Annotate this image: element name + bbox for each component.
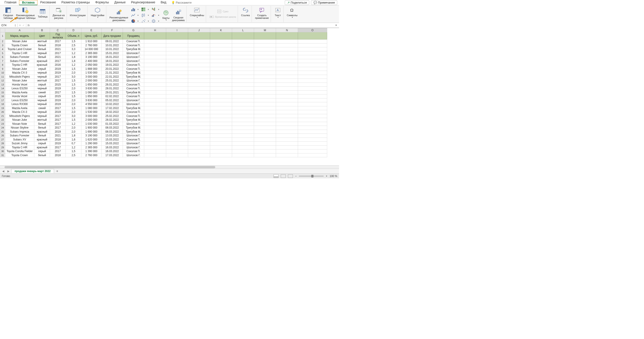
cell-N22[interactable] <box>276 118 298 122</box>
tab-nav-next[interactable]: ▶ <box>6 170 11 173</box>
cell-K3[interactable] <box>210 43 232 47</box>
cell-G25[interactable]: Тригубов М. <box>123 130 144 134</box>
cell-N12[interactable] <box>276 79 298 83</box>
cell-E10[interactable]: 1 530 000 <box>82 71 102 75</box>
cell-K24[interactable] <box>210 126 232 130</box>
data-from-picture-button[interactable]: Данные из рисунка <box>52 6 66 20</box>
cell-M22[interactable] <box>254 118 276 122</box>
row-header-30[interactable]: 30 <box>0 149 5 153</box>
cell-F11[interactable]: 22.01.2022 <box>102 75 123 79</box>
cell-O24[interactable] <box>298 126 327 130</box>
cell-H14[interactable] <box>144 87 166 91</box>
cell-L12[interactable] <box>232 79 254 83</box>
cell-O7[interactable] <box>298 59 327 63</box>
cell-J2[interactable] <box>188 40 210 44</box>
cell-E19[interactable]: 1 080 000 <box>82 106 102 110</box>
cell-M7[interactable] <box>254 59 276 63</box>
cell-E13[interactable]: 1 650 000 <box>82 83 102 87</box>
cell-G5[interactable]: Шолохов Г. <box>123 51 144 55</box>
collapse-formula-bar-icon[interactable]: ▼ <box>333 24 339 27</box>
cell-J1[interactable] <box>188 32 210 40</box>
cell-F25[interactable]: 08.03.2022 <box>102 130 123 134</box>
cell-D11[interactable]: 3,0 <box>66 75 82 79</box>
cell-F1[interactable]: Дата продажи <box>102 32 123 40</box>
cell-L18[interactable] <box>232 102 254 106</box>
add-sheet-button[interactable]: + <box>54 169 60 173</box>
cell-G23[interactable]: Шолохов Г. <box>123 122 144 126</box>
cell-D9[interactable]: 1,5 <box>66 67 82 71</box>
cell-L16[interactable] <box>232 95 254 99</box>
cell-L3[interactable] <box>232 43 254 47</box>
cell-E29[interactable]: 2 365 000 <box>82 145 102 149</box>
cell-H21[interactable] <box>144 114 166 118</box>
cell-E8[interactable]: 2 050 000 <box>82 63 102 67</box>
cell-B18[interactable]: черный <box>34 102 50 106</box>
col-header-I[interactable]: I <box>166 28 188 32</box>
cell-A10[interactable]: Mazda CX-3 <box>5 71 34 75</box>
cell-A25[interactable]: Subaru Impreza <box>5 130 34 134</box>
cell-J16[interactable] <box>188 95 210 99</box>
cell-H24[interactable] <box>144 126 166 130</box>
cell-K9[interactable] <box>210 67 232 71</box>
cell-D27[interactable]: 1,6 <box>66 138 82 142</box>
cell-G31[interactable]: Шолохов Г. <box>123 153 144 157</box>
cell-K14[interactable] <box>210 87 232 91</box>
cell-E12[interactable]: 2 000 000 <box>82 79 102 83</box>
cell-C7[interactable]: 2017 <box>50 59 66 63</box>
cell-B25[interactable]: красный <box>34 130 50 134</box>
cell-F24[interactable]: 08.03.2022 <box>102 126 123 130</box>
cell-A16[interactable]: Honda Vezel <box>5 95 34 99</box>
cell-B17[interactable]: черный <box>34 98 50 102</box>
cell-G3[interactable]: Соколов П. <box>123 43 144 47</box>
menu-tab-вставка[interactable]: Вставка <box>19 0 38 5</box>
cell-E31[interactable]: 2 760 000 <box>82 153 102 157</box>
cell-L17[interactable] <box>232 98 254 102</box>
cell-I6[interactable] <box>166 55 188 59</box>
pivot-table-button[interactable]: Сводная таблица <box>2 6 14 20</box>
line-chart-button[interactable]: ▼ <box>130 13 140 18</box>
cell-C6[interactable]: 2021 <box>50 55 66 59</box>
cell-B7[interactable]: красный <box>34 59 50 63</box>
cell-K12[interactable] <box>210 79 232 83</box>
cell-H31[interactable] <box>144 153 166 157</box>
cell-H22[interactable] <box>144 118 166 122</box>
cell-B12[interactable]: желтый <box>34 79 50 83</box>
cell-M14[interactable] <box>254 87 276 91</box>
cell-A14[interactable]: Lexus ES250 <box>5 87 34 91</box>
cell-L19[interactable] <box>232 106 254 110</box>
sheet-tab-active[interactable]: продажи январь-март 2022 <box>11 169 54 173</box>
waterfall-chart-button[interactable]: ▼ <box>150 7 160 12</box>
cell-F6[interactable]: 16.01.2022 <box>102 55 123 59</box>
cell-A5[interactable]: Toyota C-HR <box>5 51 34 55</box>
cell-F27[interactable]: 15.03.2022 <box>102 138 123 142</box>
cell-A2[interactable]: Nissan Juke <box>5 40 34 44</box>
row-header-17[interactable]: 17 <box>0 98 5 102</box>
sparklines-button[interactable]: Спарклайны▼ <box>189 6 205 19</box>
cell-M26[interactable] <box>254 134 276 138</box>
cell-A22[interactable]: Nissan Juke <box>5 118 34 122</box>
cell-N27[interactable] <box>276 138 298 142</box>
cell-O13[interactable] <box>298 83 327 87</box>
cell-M12[interactable] <box>254 79 276 83</box>
cell-O29[interactable] <box>298 145 327 149</box>
cell-K18[interactable] <box>210 102 232 106</box>
cell-O19[interactable] <box>298 106 327 110</box>
col-header-N[interactable]: N <box>276 28 298 32</box>
cell-O3[interactable] <box>298 43 327 47</box>
cell-O20[interactable] <box>298 110 327 114</box>
cell-O18[interactable] <box>298 102 327 106</box>
cell-I18[interactable] <box>166 102 188 106</box>
cell-J19[interactable] <box>188 106 210 110</box>
cell-O26[interactable] <box>298 134 327 138</box>
cell-D22[interactable]: 1,5 <box>66 118 82 122</box>
row-header-23[interactable]: 23 <box>0 122 5 126</box>
cell-N24[interactable] <box>276 126 298 130</box>
cell-I24[interactable] <box>166 126 188 130</box>
cell-C23[interactable]: 2017 <box>50 122 66 126</box>
row-header-8[interactable]: 8 <box>0 63 5 67</box>
cell-I17[interactable] <box>166 98 188 102</box>
cell-I13[interactable] <box>166 83 188 87</box>
cell-M6[interactable] <box>254 55 276 59</box>
cell-I11[interactable] <box>166 75 188 79</box>
cell-F30[interactable]: 16.03.2022 <box>102 149 123 153</box>
